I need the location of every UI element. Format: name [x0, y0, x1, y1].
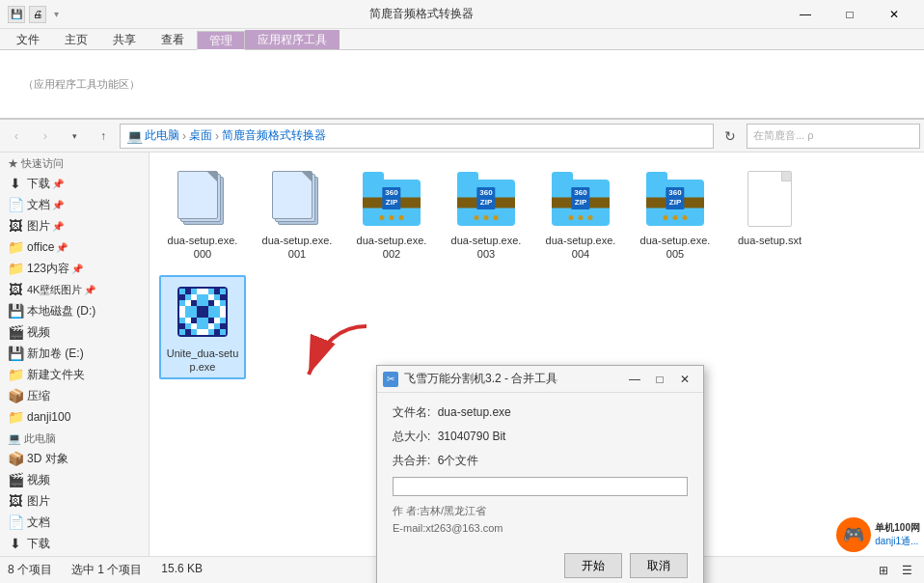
quick-access-header[interactable]: ★ 快速访问	[0, 153, 149, 173]
sidebar-label-pictures: 图片	[27, 218, 50, 235]
sidebar-item-4k[interactable]: 🖼 4K壁纸图片 📌	[0, 279, 149, 300]
minimize-button[interactable]: —	[783, 0, 828, 29]
main-area: ★ 快速访问 ⬇ 下载 📌 📄 文档 📌 🖼 图片 📌 📁 office 📌 📁…	[0, 153, 924, 556]
tab-file[interactable]: 文件	[4, 30, 52, 49]
sidebar-item-danji[interactable]: 📁 danji100	[0, 406, 149, 428]
tab-manage[interactable]: 管理	[197, 31, 245, 50]
path-this-pc[interactable]: 此电脑	[145, 127, 179, 144]
sidebar-item-pic2[interactable]: 🖼 图片	[0, 490, 149, 512]
pin-icon-pictures: 📌	[52, 221, 64, 232]
modal-minimize-btn[interactable]: —	[622, 370, 647, 389]
path-computer[interactable]: 💻 此电脑	[126, 127, 179, 144]
sidebar-label-dl2: 下载	[27, 536, 50, 552]
path-desktop[interactable]: 桌面	[189, 127, 212, 144]
modal-dialog[interactable]: ✂ 飞雪万能分割机3.2 - 合并工具 — □ ✕ 文件名: dua-setup…	[376, 365, 704, 583]
modal-start-button[interactable]: 开始	[564, 553, 622, 578]
sidebar-label-compress: 压缩	[27, 388, 50, 404]
sidebar-item-download[interactable]: ⬇ 下载 📌	[0, 173, 149, 194]
modal-cancel-button[interactable]: 取消	[630, 553, 688, 578]
sidebar-item-newe[interactable]: 💾 新加卷 (E:)	[0, 343, 149, 364]
docs-icon: 📄	[8, 197, 23, 212]
pin-icon-docs: 📌	[52, 200, 64, 210]
pin-icon-123: 📌	[71, 264, 83, 274]
sidebar-item-3d[interactable]: 📦 3D 对象	[0, 448, 149, 469]
file-icon-004: 360ZIP	[550, 168, 611, 230]
file-item-002[interactable]: 360ZIP dua-setup.exe.002	[348, 162, 435, 267]
print-quick-btn[interactable]: 🖨	[29, 6, 46, 23]
file-label-003: dua-setup.exe.003	[448, 234, 524, 262]
pin-icon-office: 📌	[56, 242, 68, 253]
sidebar-label-4k: 4K壁纸图片	[27, 283, 82, 297]
dl2-icon: ⬇	[8, 536, 23, 551]
large-icon-view-btn[interactable]: ⊞	[874, 561, 893, 580]
sidebar-item-dl2[interactable]: ⬇ 下载	[0, 533, 149, 554]
file-label-sxt: dua-setup.sxt	[738, 234, 802, 247]
sidebar-item-docs[interactable]: 📄 文档 📌	[0, 194, 149, 215]
title-bar-left: 💾 🖨 ▾	[8, 6, 59, 23]
newfolder-icon: 📁	[8, 367, 23, 382]
sidebar-item-newfolder[interactable]: 📁 新建文件夹	[0, 364, 149, 385]
modal-body: 文件名: dua-setup.exe 总大小: 31040790 Bit 共合并…	[377, 393, 703, 553]
nav-back-button[interactable]: ‹	[4, 124, 29, 149]
modal-author: 作 者:吉林/黑龙江省	[393, 504, 688, 518]
pin-icon: 📌	[52, 179, 64, 189]
nav-recent-button[interactable]: ▾	[62, 124, 87, 149]
item-count: 8 个项目	[8, 562, 52, 578]
sidebar-label-video: 视频	[27, 324, 50, 341]
search-box[interactable]: 在简鹿音... ρ	[747, 124, 920, 149]
search-placeholder: 在简鹿音... ρ	[753, 128, 813, 143]
file-item-004[interactable]: 360ZIP dua-setup.exe.004	[537, 162, 624, 267]
address-bar: ‹ › ▾ ↑ 💻 此电脑 › 桌面 › 简鹿音频格式转换器 ↻ 在简鹿音...…	[0, 120, 924, 153]
sidebar-label-download: 下载	[27, 176, 50, 192]
sidebar-item-localdisk[interactable]: 💾 本地磁盘 (D:)	[0, 300, 149, 321]
maximize-button[interactable]: □	[828, 0, 872, 29]
file-icon-unite	[172, 281, 233, 343]
path-folder[interactable]: 简鹿音频格式转换器	[222, 127, 326, 144]
detail-view-btn[interactable]: ☰	[897, 561, 916, 580]
tab-app-tools[interactable]: 应用程序工具	[245, 30, 340, 49]
sidebar-item-video2[interactable]: 🎬 视频	[0, 469, 149, 490]
pin-icon-4k: 📌	[84, 285, 95, 295]
sidebar-item-123[interactable]: 📁 123内容 📌	[0, 258, 149, 279]
file-item-005[interactable]: 360ZIP dua-setup.exe.005	[632, 162, 719, 267]
sidebar-item-compress[interactable]: 📦 压缩	[0, 385, 149, 406]
modal-title-bar[interactable]: ✂ 飞雪万能分割机3.2 - 合并工具 — □ ✕	[377, 366, 703, 393]
file-item-unite[interactable]: Unite_dua-setup.exe	[159, 275, 246, 380]
nav-forward-button[interactable]: ›	[33, 124, 58, 149]
sidebar-label-office: office	[27, 240, 54, 254]
logo-site: 单机100网	[875, 521, 920, 535]
file-label-005: dua-setup.exe.005	[638, 234, 713, 262]
file-label-004: dua-setup.exe.004	[543, 234, 618, 262]
save-quick-btn[interactable]: 💾	[8, 6, 25, 23]
file-icon-000	[172, 168, 233, 230]
sidebar-item-video[interactable]: 🎬 视频	[0, 321, 149, 343]
sidebar-label-video2: 视频	[27, 472, 50, 488]
sidebar-item-office[interactable]: 📁 office 📌	[0, 236, 149, 258]
file-item-000[interactable]: dua-setup.exe.000	[159, 162, 246, 267]
content-icon: 📁	[8, 261, 23, 276]
refresh-button[interactable]: ↻	[718, 124, 743, 149]
sidebar-label-pic2: 图片	[27, 493, 50, 510]
file-item-003[interactable]: 360ZIP dua-setup.exe.003	[443, 162, 530, 267]
sidebar-item-music[interactable]: 🎵 音乐	[0, 554, 149, 556]
thispc-header[interactable]: 💻 此电脑	[0, 428, 149, 448]
title-bar: 💾 🖨 ▾ 简鹿音频格式转换器 — □ ✕	[0, 0, 924, 29]
newe-icon: 💾	[8, 346, 23, 361]
tab-home[interactable]: 主页	[52, 30, 100, 49]
modal-maximize-btn[interactable]: □	[647, 370, 672, 389]
tab-view[interactable]: 查看	[149, 30, 197, 49]
modal-close-btn[interactable]: ✕	[672, 370, 697, 389]
modal-count-value: 6个文件	[438, 454, 479, 467]
tab-share[interactable]: 共享	[100, 30, 149, 49]
nav-up-button[interactable]: ↑	[91, 124, 116, 149]
ribbon-tabs: 文件 主页 共享 查看 管理 应用程序工具	[0, 29, 924, 50]
selected-size: 15.6 KB	[161, 562, 203, 578]
sidebar-label-localdisk: 本地磁盘 (D:)	[27, 303, 95, 319]
file-item-001[interactable]: dua-setup.exe.001	[254, 162, 340, 267]
address-path[interactable]: 💻 此电脑 › 桌面 › 简鹿音频格式转换器	[120, 124, 714, 149]
file-item-sxt[interactable]: dua-setup.sxt	[726, 162, 813, 267]
sidebar-item-pictures[interactable]: 🖼 图片 📌	[0, 215, 149, 236]
sidebar-label-doc2: 文档	[27, 514, 50, 531]
close-button[interactable]: ✕	[872, 0, 916, 29]
sidebar-item-doc2[interactable]: 📄 文档	[0, 512, 149, 533]
